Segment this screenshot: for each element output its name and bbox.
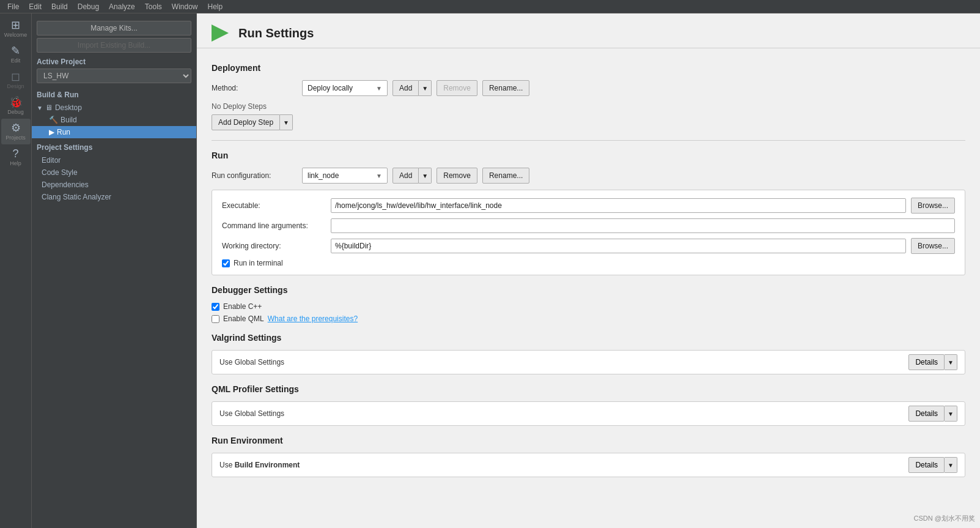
build-icon: 🔨 xyxy=(49,116,58,124)
method-dropdown[interactable]: Deploy locally ▼ xyxy=(302,80,388,96)
help-btn[interactable]: ? Help xyxy=(1,144,31,170)
executable-input[interactable] xyxy=(331,198,906,213)
add-deploy-step-group: Add Deploy Step ▼ xyxy=(212,114,965,130)
projects-btn[interactable]: ⚙ Projects xyxy=(1,119,31,144)
run-in-terminal-checkbox[interactable] xyxy=(222,259,230,267)
settings-link-editor[interactable]: Editor xyxy=(32,154,196,166)
manage-kits-button[interactable]: Manage Kits... xyxy=(37,21,191,35)
run-add-arrow-button[interactable]: ▼ xyxy=(419,168,432,184)
deployment-remove-button[interactable]: Remove xyxy=(437,80,477,96)
menu-tools[interactable]: Tools xyxy=(140,1,167,12)
executable-row: Executable: Browse... xyxy=(222,198,955,214)
welcome-btn[interactable]: ⊞ Welcome xyxy=(1,16,31,42)
debug-label: Debug xyxy=(7,109,24,115)
run-config-box: Executable: Browse... Command line argum… xyxy=(212,190,965,275)
enable-cpp-checkbox[interactable] xyxy=(212,303,219,311)
valgrind-section-title: Valgrind Settings xyxy=(212,333,965,343)
qml-profiler-arrow-button[interactable]: ▼ xyxy=(945,406,957,422)
qml-profiler-settings-box: Use Global Settings Details ▼ xyxy=(212,401,965,426)
qml-profiler-settings-label: Use Global Settings xyxy=(219,409,284,418)
enable-qml-label: Enable QML xyxy=(223,314,264,323)
add-deploy-step-arrow-button[interactable]: ▼ xyxy=(280,114,293,130)
method-row: Method: Deploy locally ▼ Add ▼ Remove Re… xyxy=(212,80,965,96)
qml-prerequisites-link[interactable]: What are the prerequisites? xyxy=(268,314,358,323)
settings-link-dependencies[interactable]: Dependencies xyxy=(32,179,196,191)
run-in-terminal-label: Run in terminal xyxy=(234,259,283,267)
edit-btn[interactable]: ✎ Edit xyxy=(1,42,31,67)
project-select[interactable]: LS_HW xyxy=(37,69,191,83)
run-config-dropdown-arrow-icon: ▼ xyxy=(376,173,382,179)
design-btn[interactable]: ◻ Design xyxy=(1,67,31,93)
design-label: Design xyxy=(7,83,24,89)
run-config-dropdown[interactable]: link_node ▼ xyxy=(302,168,388,184)
working-dir-browse-button[interactable]: Browse... xyxy=(911,238,955,254)
edit-icon: ✎ xyxy=(11,45,20,56)
cmdline-label: Command line arguments: xyxy=(222,221,326,230)
debugger-section-title: Debugger Settings xyxy=(212,285,965,295)
build-label: Build xyxy=(61,116,77,124)
run-env-label: Use Build Environment xyxy=(219,461,300,469)
menu-file[interactable]: File xyxy=(2,1,24,12)
expand-arrow-icon: ▼ xyxy=(37,105,43,111)
valgrind-arrow-icon: ▼ xyxy=(948,359,954,366)
enable-qml-row: Enable QML What are the prerequisites? xyxy=(212,314,965,323)
valgrind-details-arrow-button[interactable]: ▼ xyxy=(945,354,957,370)
qml-profiler-details-group: Details ▼ xyxy=(908,406,957,422)
deployment-add-button[interactable]: Add xyxy=(392,80,419,96)
menu-window[interactable]: Window xyxy=(167,1,203,12)
menu-build[interactable]: Build xyxy=(46,1,73,12)
add-dropdown-arrow-icon: ▼ xyxy=(422,85,428,92)
sidebar-item-run[interactable]: ▶ Run xyxy=(32,126,196,138)
sidebar: Manage Kits... Import Existing Build... … xyxy=(32,13,197,528)
welcome-label: Welcome xyxy=(4,32,27,38)
enable-cpp-row: Enable C++ xyxy=(212,302,965,311)
executable-browse-button[interactable]: Browse... xyxy=(911,198,955,214)
deployment-rename-button[interactable]: Rename... xyxy=(482,80,529,96)
menu-debug[interactable]: Debug xyxy=(73,1,104,12)
working-dir-input[interactable] xyxy=(331,239,906,253)
enable-qml-checkbox[interactable] xyxy=(212,315,219,323)
run-rename-button[interactable]: Rename... xyxy=(482,168,529,184)
deployment-add-arrow-button[interactable]: ▼ xyxy=(419,80,432,96)
run-remove-button[interactable]: Remove xyxy=(437,168,477,184)
desktop-label: Desktop xyxy=(55,103,82,112)
run-add-button[interactable]: Add xyxy=(392,168,419,184)
working-dir-label: Working directory: xyxy=(222,242,326,250)
run-play-button[interactable] xyxy=(212,23,231,43)
run-environment-section-title: Run Environment xyxy=(212,436,965,445)
add-deploy-step-button[interactable]: Add Deploy Step xyxy=(212,114,280,130)
menu-analyze[interactable]: Analyze xyxy=(104,1,140,12)
qml-profiler-section-title: QML Profiler Settings xyxy=(212,384,965,394)
help-icon: ? xyxy=(12,148,18,159)
method-dropdown-arrow-icon: ▼ xyxy=(376,85,382,92)
qml-profiler-arrow-icon: ▼ xyxy=(948,411,954,417)
desktop-icon: 🖥 xyxy=(45,103,53,112)
valgrind-details-button[interactable]: Details xyxy=(908,354,945,370)
method-label: Method: xyxy=(212,84,297,92)
run-env-arrow-icon: ▼ xyxy=(948,462,954,469)
run-in-terminal-row: Run in terminal xyxy=(222,259,955,267)
help-label: Help xyxy=(10,160,21,166)
sidebar-item-desktop[interactable]: ▼ 🖥 Desktop xyxy=(32,102,196,114)
menu-edit[interactable]: Edit xyxy=(24,1,46,12)
settings-link-code-style[interactable]: Code Style xyxy=(32,166,196,179)
settings-link-clang[interactable]: Clang Static Analyzer xyxy=(32,191,196,203)
run-env-details-button[interactable]: Details xyxy=(908,457,945,473)
debug-icon: 🐞 xyxy=(9,97,23,108)
run-config-row: Run configuration: link_node ▼ Add ▼ Rem… xyxy=(212,168,965,184)
project-settings-title: Project Settings xyxy=(32,138,196,154)
run-config-value: link_node xyxy=(308,171,339,180)
menu-bar: File Edit Build Debug Analyze Tools Wind… xyxy=(0,0,980,13)
icon-bar: ⊞ Welcome ✎ Edit ◻ Design 🐞 Debug ⚙ Proj… xyxy=(0,13,32,528)
qml-profiler-details-button[interactable]: Details xyxy=(908,406,945,422)
debug-btn[interactable]: 🐞 Debug xyxy=(1,93,31,119)
run-env-arrow-button[interactable]: ▼ xyxy=(945,457,957,473)
sidebar-item-build[interactable]: 🔨 Build xyxy=(32,114,196,126)
cmdline-input[interactable] xyxy=(331,218,955,233)
import-build-button[interactable]: Import Existing Build... xyxy=(37,38,191,53)
menu-help[interactable]: Help xyxy=(203,1,228,12)
play-icon xyxy=(212,24,229,42)
no-deploy-text: No Deploy Steps xyxy=(212,102,965,111)
run-add-arrow-icon: ▼ xyxy=(422,173,428,179)
projects-icon: ⚙ xyxy=(11,122,21,133)
